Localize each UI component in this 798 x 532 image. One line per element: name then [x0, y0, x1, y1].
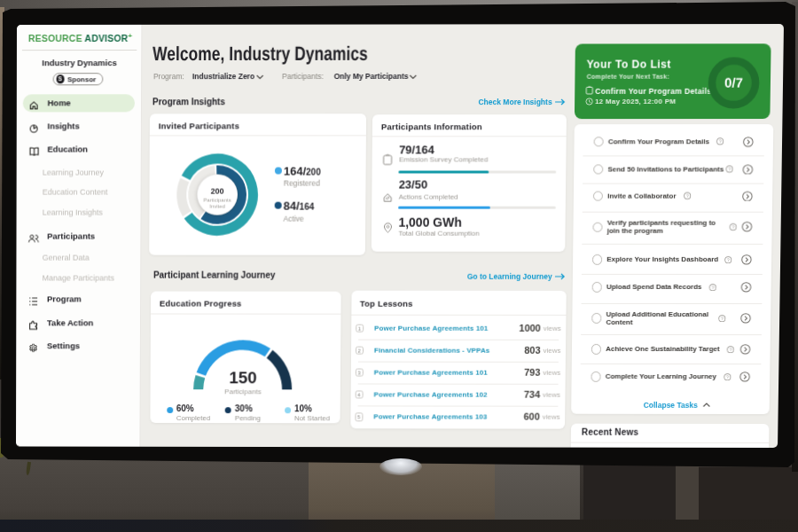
svg-text:?: ? — [732, 224, 734, 230]
svg-text:Invited: Invited — [209, 203, 225, 208]
svg-text:Participants: Participants — [203, 197, 231, 202]
svg-text:?: ? — [711, 285, 714, 290]
svg-text:?: ? — [729, 347, 732, 352]
svg-text:?: ? — [686, 193, 689, 199]
svg-text:?: ? — [726, 374, 729, 379]
svg-text:?: ? — [727, 257, 730, 262]
svg-text:?: ? — [728, 167, 731, 172]
svg-text:?: ? — [719, 139, 722, 145]
svg-text:?: ? — [721, 316, 724, 321]
svg-text:0/7: 0/7 — [724, 75, 743, 90]
svg-text:200: 200 — [211, 186, 224, 195]
